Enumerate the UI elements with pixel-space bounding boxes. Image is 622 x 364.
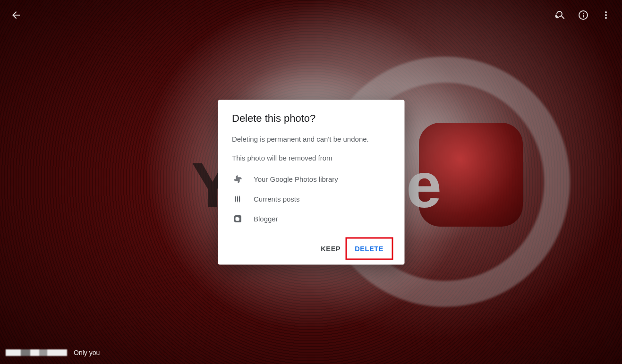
list-item: Your Google Photos library — [232, 169, 390, 189]
more-options-button[interactable] — [595, 4, 617, 26]
dialog-title: Delete this photo? — [232, 112, 390, 124]
dialog-removed-heading: This photo will be removed from — [232, 153, 390, 164]
info-icon — [578, 9, 589, 21]
delete-photo-dialog: Delete this photo? Deleting is permanent… — [218, 100, 404, 264]
more-vert-icon — [600, 9, 612, 21]
list-item-label: Currents posts — [254, 195, 300, 203]
zoom-button[interactable] — [549, 4, 572, 26]
delete-button[interactable]: DELETE — [348, 240, 390, 257]
list-item-label: Your Google Photos library — [254, 175, 338, 183]
photo-filename-redacted — [6, 349, 67, 356]
keep-button[interactable]: KEEP — [314, 240, 347, 257]
back-button[interactable] — [5, 4, 27, 26]
photo-visibility-label: Only you — [74, 349, 100, 356]
dialog-actions: KEEP DELETE — [232, 233, 390, 257]
arrow-back-icon — [10, 9, 22, 21]
google-photos-icon — [232, 173, 243, 185]
photo-footer: Only you — [0, 341, 622, 364]
dialog-warning: Deleting is permanent and can't be undon… — [232, 134, 390, 144]
list-item-label: Blogger — [254, 215, 278, 223]
dialog-removed-list: Your Google Photos library Currents post… — [232, 169, 390, 229]
photo-viewer-toolbar — [0, 0, 622, 30]
zoom-out-icon — [555, 9, 566, 21]
list-item: Currents posts — [232, 189, 390, 209]
info-button[interactable] — [572, 4, 595, 26]
blogger-icon — [232, 213, 243, 224]
currents-icon — [232, 193, 243, 204]
list-item: Blogger — [232, 209, 390, 229]
